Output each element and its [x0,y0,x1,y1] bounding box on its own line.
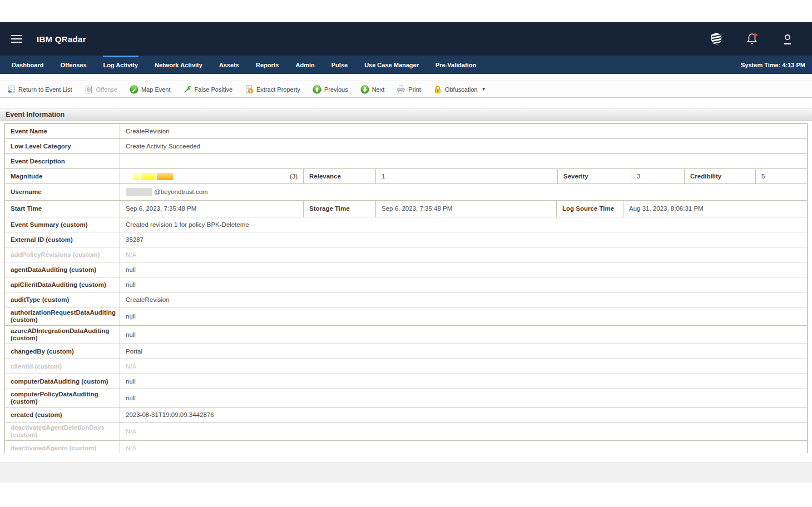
field-label: deactivatedAgentDeletionDays (custom) [5,422,120,440]
tab-log-activity[interactable]: Log Activity [95,56,147,74]
field-label: apiClientDataAuditing (custom) [5,277,120,292]
field-label: Magnitude [5,169,120,183]
table-row: Low Level CategoryCreate Activity Succee… [5,139,807,154]
system-time: System Time: 4:13 PM [741,56,809,74]
return-to-event-list-button[interactable]: Return to Event List [7,85,72,94]
field-label: addPolicyRevisions (custom) [5,247,120,262]
tab-dashboard[interactable]: Dashboard [3,56,52,74]
section-title: Event Information [6,111,65,118]
field-label: computerDataAuditing (custom) [5,374,120,389]
notifications-icon[interactable] [745,32,759,46]
field-value: N/A [120,359,807,374]
table-row: changedBy (custom)Portal [5,344,807,359]
field-label: Username [5,184,120,200]
notification-badge [754,33,757,37]
field-label: computerPolicyDataAuditing (custom) [5,389,120,407]
field-label: agentDataAuditing (custom) [5,262,120,277]
field-label: Event Description [5,154,120,168]
section-header: Event Information [0,108,812,121]
tab-network-activity[interactable]: Network Activity [146,56,211,74]
tab-reports[interactable]: Reports [247,56,288,74]
table-row: External ID (custom)35287 [5,232,807,247]
next-icon [360,85,369,94]
field-label: Log Source Time [557,201,623,217]
toolbar-button-label: Print [408,86,421,93]
table-row: azureADIntegrationDataAuditing (custom)n… [5,326,807,344]
previous-button[interactable]: Previous [313,85,348,94]
page: IBM QRadar [0,0,812,507]
field-value: N/A [120,247,807,262]
field-label: azureADIntegrationDataAuditing (custom) [5,326,120,344]
field-value: 35287 [120,232,807,247]
table-row: apiClientDataAuditing (custom)null [5,277,807,292]
offense-button[interactable]: Offense [85,85,117,94]
toolbar-button-label: Map Event [141,86,171,93]
cloud-pak-icon[interactable] [710,32,723,46]
app-title: IBM QRadar [37,34,86,44]
field-value: N/A [120,422,807,440]
table-row: deactivatedAgentDeletionDays (custom)N/A [5,422,807,441]
field-value: null [120,262,807,277]
field-value: 1 [376,169,558,183]
false-positive-button[interactable]: False Positive [183,85,232,94]
table-row: Event Summary (custom)Created revision 1… [5,217,807,232]
field-value: @beyondtrust.com [120,184,807,200]
tab-pulse[interactable]: Pulse [323,56,356,74]
table-row: authorizationRequestDataAuditing (custom… [5,307,807,326]
previous-icon [313,85,321,94]
tab-offenses[interactable]: Offenses [52,56,95,74]
app-header: IBM QRadar [0,22,812,56]
field-value: 3 [631,169,685,183]
user-icon[interactable] [781,32,794,46]
table-row: Event NameCreateRevision [5,124,807,139]
return-to-event-list-icon [7,85,16,94]
field-value: null [120,326,807,344]
event-information-table: Event NameCreateRevisionLow Level Catego… [4,123,808,453]
field-label: Event Name [5,124,120,138]
header-actions [710,32,794,46]
table-row: addPolicyRevisions (custom)N/A [5,247,807,262]
field-value: (3) [120,169,304,183]
toolbar-button-label: Return to Event List [18,86,72,93]
field-label: Relevance [304,169,376,183]
field-value: 2023-08-31T19:09:09.3442876 [120,407,807,422]
magnitude-value: (3) [290,173,298,180]
field-label: deactivatedAgents (custom) [5,441,120,453]
offense-icon [85,85,93,94]
field-value: N/A [120,441,807,453]
tab-admin[interactable]: Admin [288,56,323,74]
tab-pre-validation[interactable]: Pre-Validation [427,56,484,74]
table-row: Username@beyondtrust.com [5,184,807,201]
field-value: Create Activity Succeeded [120,139,807,153]
field-label: changedBy (custom) [5,344,120,359]
field-value: null [120,374,807,389]
next-button[interactable]: Next [360,85,385,94]
table-row: computerDataAuditing (custom)null [5,374,807,389]
false-positive-icon [183,85,192,94]
print-button[interactable]: Print [397,85,421,94]
print-icon [397,85,405,94]
table-row: computerPolicyDataAuditing (custom)null [5,389,807,407]
table-row: Event Description [5,154,807,169]
tab-assets[interactable]: Assets [211,56,247,74]
event-toolbar: Return to Event ListOffenseMap EventFals… [0,81,812,98]
table-row: deactivatedAgents (custom)N/A [5,441,807,453]
field-label: Start Time [5,201,120,217]
tab-use-case-manager[interactable]: Use Case Manager [356,56,427,74]
obfuscation-button[interactable]: Obfuscation▼ [433,85,486,94]
field-value [120,154,807,168]
table-row: Magnitude(3)Relevance1Severity3Credibili… [5,169,807,184]
extract-property-button[interactable]: Extract Property [245,85,300,94]
table-row: clientId (custom)N/A [5,359,807,374]
field-label: auditType (custom) [5,292,120,307]
field-value: CreateRevision [120,292,807,307]
redacted-username [126,188,152,196]
map-event-button[interactable]: Map Event [130,85,171,94]
obfuscation-icon [433,85,442,94]
hamburger-menu-icon[interactable] [11,33,22,45]
toolbar-button-label: Previous [324,86,348,93]
field-value: Portal [120,344,807,359]
field-label: Storage Time [304,201,376,217]
field-label: External ID (custom) [5,232,120,247]
table-row: agentDataAuditing (custom)null [5,262,807,277]
